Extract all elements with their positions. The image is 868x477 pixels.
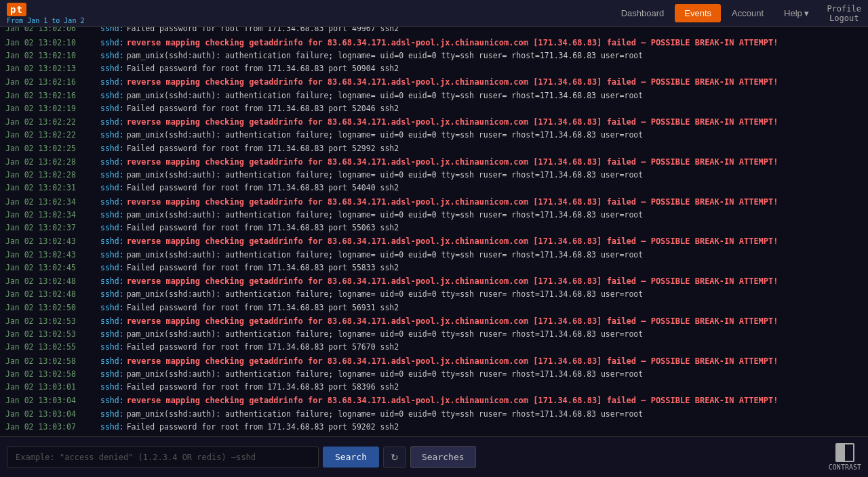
- log-message: Failed password for root from 171.34.68.…: [127, 381, 399, 393]
- log-message: reverse mapping checking getaddrinfo for…: [127, 355, 778, 367]
- log-message: Failed password for root from 171.34.68.…: [127, 222, 399, 234]
- searches-button[interactable]: Searches: [410, 446, 476, 468]
- logout-link[interactable]: Logout: [829, 14, 859, 23]
- log-row: Jan 02 13:02:31 sshd: Failed password fo…: [0, 182, 868, 194]
- log-source: sshd:: [100, 77, 124, 88]
- log-row: Jan 02 13:02:58 sshd: pam_unix(sshd:auth…: [0, 368, 868, 381]
- log-source: sshd:: [100, 182, 124, 194]
- search-button[interactable]: Search: [323, 447, 379, 468]
- log-message: pam_unix(sshd:auth): authentication fail…: [127, 369, 644, 380]
- log-row: Jan 02 13:02:22 sshd: pam_unix(sshd:auth…: [0, 129, 868, 142]
- nav: Dashboard Events Account Help ▾ Profile …: [612, 4, 861, 23]
- log-source: sshd:: [100, 63, 124, 75]
- log-timestamp: Jan 02 13:02:37: [5, 222, 100, 234]
- log-message: pam_unix(sshd:auth): authentication fail…: [127, 169, 644, 181]
- log-row: Jan 02 13:03:04 sshd: pam_unix(sshd:auth…: [0, 408, 868, 421]
- contrast-area[interactable]: CONTRAST: [829, 443, 861, 471]
- log-timestamp: Jan 02 13:03:04: [5, 409, 100, 420]
- log-message: pam_unix(sshd:auth): authentication fail…: [127, 209, 644, 221]
- log-message: reverse mapping checking getaddrinfo for…: [127, 156, 778, 168]
- profile-link[interactable]: Profile: [827, 4, 861, 14]
- log-source: sshd:: [100, 356, 124, 367]
- log-row: Jan 02 13:02:48 sshd: reverse mapping ch…: [0, 274, 868, 288]
- log-timestamp: Jan 02 13:02:13: [5, 63, 100, 75]
- log-message: pam_unix(sshd:auth): authentication fail…: [127, 329, 644, 340]
- log-message: pam_unix(sshd:auth): authentication fail…: [127, 249, 644, 261]
- log-message: reverse mapping checking getaddrinfo for…: [127, 116, 778, 128]
- log-timestamp: Jan 02 13:02:28: [5, 157, 100, 168]
- contrast-icon: [835, 443, 854, 462]
- log-source: sshd:: [100, 409, 124, 420]
- log-message: pam_unix(sshd:auth): authentication fail…: [127, 129, 644, 141]
- log-timestamp: Jan 02 13:02:53: [5, 316, 100, 327]
- log-source: sshd:: [100, 421, 124, 433]
- log-source: sshd:: [100, 395, 124, 407]
- history-button[interactable]: ↻: [383, 447, 406, 468]
- log-row: Jan 02 13:02:16 sshd: pam_unix(sshd:auth…: [0, 89, 868, 102]
- log-message: pam_unix(sshd:auth): authentication fail…: [127, 409, 644, 420]
- log-timestamp: Jan 02 13:02:10: [5, 37, 100, 49]
- log-row: Jan 02 13:02:34 sshd: reverse mapping ch…: [0, 195, 868, 209]
- log-row: Jan 02 13:02:06 sshd: Failed password fo…: [0, 27, 868, 36]
- log-source: sshd:: [100, 37, 124, 49]
- log-row: Jan 02 13:02:43 sshd: reverse mapping ch…: [0, 234, 868, 248]
- log-message: Failed password for root from 171.34.68.…: [127, 103, 399, 115]
- log-timestamp: Jan 02 13:03:04: [5, 395, 100, 407]
- log-row: Jan 02 13:02:22 sshd: reverse mapping ch…: [0, 115, 868, 129]
- log-source: sshd:: [100, 117, 124, 128]
- log-source: sshd:: [100, 27, 124, 35]
- date-range: From Jan 1 to Jan 2: [7, 17, 84, 24]
- log-source: sshd:: [100, 103, 124, 115]
- log-source: sshd:: [100, 262, 124, 274]
- nav-help[interactable]: Help ▾: [774, 4, 818, 22]
- log-row: Jan 02 13:02:58 sshd: reverse mapping ch…: [0, 354, 868, 368]
- log-row: Jan 02 13:02:53 sshd: reverse mapping ch…: [0, 314, 868, 328]
- log-timestamp: Jan 02 13:02:58: [5, 369, 100, 380]
- logo: pt: [7, 3, 26, 16]
- log-timestamp: Jan 02 13:02:16: [5, 77, 100, 88]
- log-timestamp: Jan 02 13:02:48: [5, 289, 100, 300]
- log-timestamp: Jan 02 13:02:25: [5, 143, 100, 154]
- log-timestamp: Jan 02 13:02:10: [5, 50, 100, 62]
- log-source: sshd:: [100, 196, 124, 208]
- log-message: pam_unix(sshd:auth): authentication fail…: [127, 289, 644, 300]
- log-timestamp: Jan 02 13:02:06: [5, 27, 100, 35]
- log-source: sshd:: [100, 90, 124, 102]
- log-row: Jan 02 13:02:10 sshd: pam_unix(sshd:auth…: [0, 49, 868, 62]
- log-message: Failed password for root from 171.34.68.…: [127, 143, 399, 154]
- log-source: sshd:: [100, 276, 124, 287]
- log-row: Jan 02 13:02:53 sshd: pam_unix(sshd:auth…: [0, 328, 868, 341]
- log-row: Jan 02 13:02:19 sshd: Failed password fo…: [0, 102, 868, 115]
- log-message: Failed password for root from 171.34.68.…: [127, 63, 399, 75]
- log-timestamp: Jan 02 13:03:01: [5, 381, 100, 393]
- log-row: Jan 02 13:02:10 sshd: reverse mapping ch…: [0, 36, 868, 49]
- log-row: Jan 02 13:03:01 sshd: Failed password fo…: [0, 381, 868, 394]
- date-range-label: From: [7, 17, 23, 24]
- log-timestamp: Jan 02 13:02:43: [5, 236, 100, 247]
- log-row: Jan 02 13:02:28 sshd: pam_unix(sshd:auth…: [0, 169, 868, 182]
- log-timestamp: Jan 02 13:02:53: [5, 329, 100, 340]
- chevron-down-icon: ▾: [804, 8, 809, 18]
- log-timestamp: Jan 02 13:03:07: [5, 421, 100, 433]
- log-source: sshd:: [100, 50, 124, 62]
- nav-dashboard[interactable]: Dashboard: [612, 4, 674, 22]
- log-row: Jan 02 13:02:16 sshd: reverse mapping ch…: [0, 75, 868, 89]
- log-timestamp: Jan 02 13:02:22: [5, 129, 100, 141]
- log-row: Jan 02 13:02:45 sshd: Failed password fo…: [0, 262, 868, 274]
- nav-account[interactable]: Account: [722, 4, 773, 22]
- date-end: Jan 2: [64, 17, 84, 24]
- log-message: reverse mapping checking getaddrinfo for…: [127, 76, 778, 88]
- log-source: sshd:: [100, 169, 124, 181]
- log-message: reverse mapping checking getaddrinfo for…: [127, 394, 778, 407]
- log-message: pam_unix(sshd:auth): authentication fail…: [127, 50, 644, 62]
- log-timestamp: Jan 02 13:02:50: [5, 302, 100, 314]
- nav-events[interactable]: Events: [675, 4, 721, 22]
- log-row: Jan 02 13:03:04 sshd: reverse mapping ch…: [0, 394, 868, 407]
- profile-area[interactable]: Profile Logout: [827, 4, 861, 23]
- log-timestamp: Jan 02 13:02:22: [5, 117, 100, 128]
- log-source: sshd:: [100, 329, 124, 340]
- log-source: sshd:: [100, 316, 124, 327]
- search-input[interactable]: [7, 447, 319, 468]
- log-timestamp: Jan 02 13:02:16: [5, 90, 100, 102]
- log-row: Jan 02 13:02:34 sshd: pam_unix(sshd:auth…: [0, 209, 868, 222]
